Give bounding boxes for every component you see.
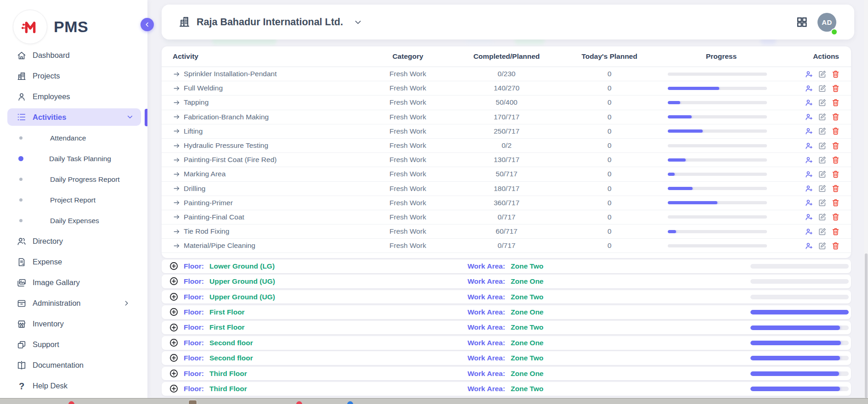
taskbar-app-red-2-icon[interactable] [296,401,302,404]
activity-row-hydraulic-pressure-testing[interactable]: Hydraulic Pressure TestingFresh Work0/20 [162,139,851,153]
floor-row-lower-ground-lg-zone-two[interactable]: Floor:Lower Ground (LG)Work Area:Zone Tw… [162,259,851,273]
taskbar-app-photo-icon[interactable] [188,400,197,404]
sidebar-item-expense[interactable]: Expense [0,252,147,272]
delete-button[interactable] [831,84,840,93]
sidebar-item-directory[interactable]: Directory [0,231,147,252]
activity-row-full-welding[interactable]: Full WeldingFresh Work140/2700 [162,81,851,95]
floor-row-upper-ground-ug-zone-two[interactable]: Floor:Upper Ground (UG)Work Area:Zone Tw… [162,290,851,304]
delete-button[interactable] [831,127,840,135]
sidebar-subitem-daily-task-planning[interactable]: Daily Task Planning [0,148,147,169]
scrollbar-thumb[interactable] [865,253,868,398]
sidebar-collapse-button[interactable] [141,18,154,31]
floor-row-third-floor-zone-one[interactable]: Floor:Third FloorWork Area:Zone One [162,367,851,381]
activity-row-painting-first-coat-fire-red[interactable]: Painting-First Coat (Fire Red)Fresh Work… [162,153,851,167]
taskbar-app-blue-icon[interactable] [347,401,353,404]
expand-plus-icon[interactable] [169,369,179,378]
expand-plus-icon[interactable] [169,307,179,317]
edit-button[interactable] [818,198,827,207]
assign-user-button[interactable] [805,227,813,236]
floor-row-first-floor-zone-one[interactable]: Floor:First FloorWork Area:Zone One [162,305,851,319]
assign-user-button[interactable] [805,241,813,250]
edit-button[interactable] [818,70,827,79]
expand-plus-icon[interactable] [169,292,179,302]
edit-button[interactable] [818,98,827,107]
sidebar-subitem-daily-progress-report[interactable]: Daily Progress Report [0,169,147,190]
sidebar-item-dashboard[interactable]: Dashboard [0,45,147,66]
delete-button[interactable] [831,141,840,150]
assign-user-button[interactable] [805,84,813,93]
delete-button[interactable] [831,112,840,121]
edit-button[interactable] [818,184,827,193]
delete-button[interactable] [831,227,840,236]
floor-row-third-floor-zone-two[interactable]: Floor:Third FloorWork Area:Zone Two [162,382,851,396]
expand-plus-icon[interactable] [169,338,179,348]
sidebar-item-activities[interactable]: Activities [7,108,141,126]
expand-plus-icon[interactable] [169,384,179,393]
assign-user-button[interactable] [805,98,813,107]
assign-user-button[interactable] [805,141,813,150]
expand-plus-icon[interactable] [169,261,179,271]
floor-row-second-floor-zone-two[interactable]: Floor:Second floorWork Area:Zone Two [162,351,851,365]
assign-user-button[interactable] [805,112,813,121]
assign-user-button[interactable] [805,127,813,135]
activity-row-tapping[interactable]: TappingFresh Work50/4000 [162,95,851,110]
activity-row-lifting[interactable]: LiftingFresh Work250/7170 [162,124,851,139]
edit-button[interactable] [818,112,827,121]
activity-row-painting-primer[interactable]: Painting-PrimerFresh Work360/7170 [162,196,851,210]
activity-row-fabrication-branch-making[interactable]: Fabrication-Branch MakingFresh Work170/7… [162,110,851,124]
floor-row-second-floor-zone-one[interactable]: Floor:Second floorWork Area:Zone One [162,336,851,350]
activity-row-painting-final-coat[interactable]: Painting-Final CoatFresh Work0/7170 [162,210,851,224]
assign-user-button[interactable] [805,170,813,179]
delete-button[interactable] [831,198,840,207]
assign-user-button[interactable] [805,198,813,207]
sidebar-item-image-gallary[interactable]: Image Gallary [0,272,147,293]
edit-button[interactable] [818,241,827,250]
assign-user-button[interactable] [805,184,813,193]
expand-plus-icon[interactable] [169,276,179,286]
arrow-right-icon [173,199,180,207]
expand-plus-icon[interactable] [169,353,179,363]
delete-button[interactable] [831,98,840,107]
vertical-scrollbar[interactable] [864,0,868,398]
delete-button[interactable] [831,70,840,79]
activity-row-material-pipe-cleaning[interactable]: Material/Pipe CleaningFresh Work0/7170 [162,239,851,253]
chevron-down-icon[interactable] [354,18,362,27]
sidebar-item-help-desk[interactable]: ?Help Desk [0,376,147,396]
sidebar-item-employees[interactable]: Employees [0,86,147,107]
delete-button[interactable] [831,184,840,193]
assign-user-button[interactable] [805,156,813,164]
sidebar-item-inventory[interactable]: Inventory [0,314,147,334]
edit-button[interactable] [818,227,827,236]
apps-grid-button[interactable] [796,16,808,28]
floor-row-first-floor-zone-two[interactable]: Floor:First FloorWork Area:Zone Two [162,321,851,335]
assign-user-button[interactable] [805,70,813,79]
sidebar-item-documentation[interactable]: Documentation [0,355,147,376]
activity-row-marking-area[interactable]: Marking AreaFresh Work50/7170 [162,167,851,181]
sidebar-item-support[interactable]: Support [0,334,147,355]
activity-row-tie-rod-fixing[interactable]: Tie Rod FixingFresh Work60/7170 [162,224,851,239]
sidebar-subitem-project-report[interactable]: Project Report [0,190,147,210]
activity-category: Fresh Work [355,127,461,135]
sidebar-subitem-attendance[interactable]: Attendance [0,128,147,148]
edit-button[interactable] [818,84,827,93]
delete-button[interactable] [831,156,840,164]
activity-row-drilling[interactable]: DrillingFresh Work180/7170 [162,182,851,196]
taskbar-app-red-icon[interactable] [68,401,74,404]
edit-button[interactable] [818,156,827,164]
edit-button[interactable] [818,141,827,150]
floor-row-upper-ground-ug-zone-one[interactable]: Floor:Upper Ground (UG)Work Area:Zone On… [162,275,851,288]
edit-button[interactable] [818,127,827,135]
sidebar-item-projects[interactable]: Projects [0,66,147,86]
expand-plus-icon[interactable] [169,323,179,332]
edit-button[interactable] [818,170,827,179]
delete-button[interactable] [831,241,840,250]
activity-row-sprinkler-installation-pendant[interactable]: Sprinkler Installation-PendantFresh Work… [162,67,851,81]
assign-user-button[interactable] [805,213,813,221]
delete-button[interactable] [831,170,840,179]
sidebar-item-administration[interactable]: Administration [0,293,147,314]
floor-progress-bar [750,356,849,360]
edit-button[interactable] [818,213,827,221]
company-selector[interactable]: Raja Bahadur International Ltd. [197,5,343,39]
sidebar-subitem-daily-expenses[interactable]: Daily Expenses [0,210,147,231]
delete-button[interactable] [831,213,840,221]
